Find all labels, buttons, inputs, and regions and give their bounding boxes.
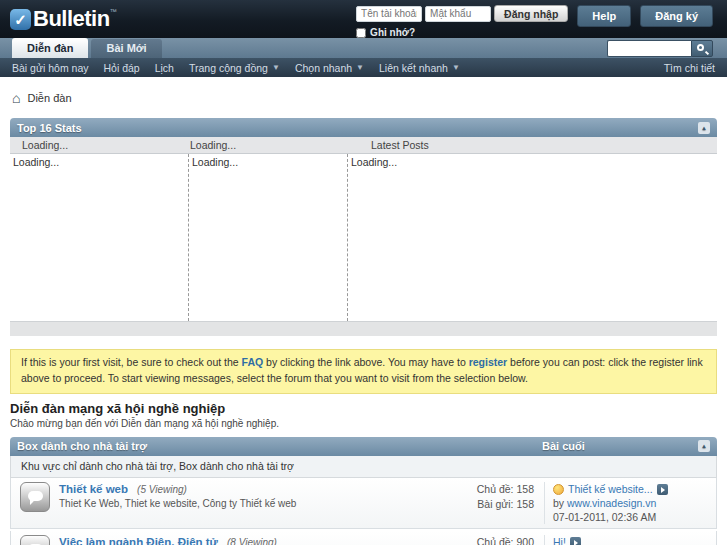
stats-panel-header: Top 16 Stats ▲ <box>10 118 717 137</box>
remember-checkbox[interactable] <box>356 28 366 38</box>
forum-link[interactable]: Việc làm ngành Điện, Điện tử <box>59 536 218 545</box>
last-post-link[interactable]: Hi! <box>553 536 566 545</box>
category-header: Box dành cho nhà tài trợ Bài cuối ▲ <box>10 437 717 456</box>
forum-row: Việc làm ngành Điện, Điện tử (8 Viewing)… <box>10 531 717 545</box>
forum-stats: Chủ đề: 158 Bài gửi: 158 <box>444 482 544 524</box>
nav-quick-links[interactable]: Liên kết nhanh▼ <box>379 62 460 74</box>
smiley-icon <box>553 484 564 495</box>
tab-new-posts[interactable]: Bài Mới <box>91 39 161 58</box>
stats-col1-loading: Loading... <box>10 154 188 321</box>
home-icon[interactable]: ⌂ <box>12 90 20 106</box>
stats-panel-title: Top 16 Stats <box>17 122 82 134</box>
login-area: Đăng nhập Ghi nhớ? Help Đăng ký <box>356 5 713 38</box>
forum-stats: Chủ đề: 900 Bài gửi: 900 <box>444 535 544 545</box>
stats-col1-header: Loading... <box>10 139 188 151</box>
viewing-count: (5 Viewing) <box>137 484 187 495</box>
go-to-last-post-icon[interactable] <box>657 484 668 495</box>
notice-text: by clicking the link above. You may have… <box>263 356 468 368</box>
forum-status-icon <box>20 482 50 512</box>
speech-bubble-icon <box>28 491 43 501</box>
stats-subheader: Loading... Loading... Latest Posts <box>10 137 717 154</box>
password-input[interactable] <box>425 6 491 22</box>
login-button[interactable]: Đăng nhập <box>494 5 568 22</box>
nav-todays-posts[interactable]: Bài gửi hôm nay <box>12 62 88 74</box>
first-visit-notice: If this is your first visit, be sure to … <box>10 349 717 394</box>
main-navbar: Bài gửi hôm nay Hỏi đáp Lịch Trang cộng … <box>0 58 727 77</box>
vbulletin-logo[interactable]: ✓ Bulletin ™ <box>10 6 117 32</box>
collapse-icon[interactable]: ▲ <box>698 122 710 134</box>
nav-faq[interactable]: Hỏi đáp <box>103 62 139 74</box>
trademark-symbol: ™ <box>110 8 117 15</box>
category-description: Khu vực chỉ dành cho nhà tài trợ, Box dà… <box>10 456 717 478</box>
tab-forum[interactable]: Diễn đàn <box>12 38 88 58</box>
last-post-author-link[interactable]: www.vinadesign.vn <box>567 497 656 509</box>
nav-quick-select[interactable]: Chọn nhanh▼ <box>295 62 364 74</box>
page-subtitle: Chào mừng bạn đến với Diễn đàn mạng xã h… <box>10 418 727 429</box>
tab-bar: Diễn đàn Bài Mới <box>0 38 727 58</box>
forum-description: Thiet Ke Web, Thiet ke website, Công ty … <box>59 498 444 509</box>
stats-body: Loading... Loading... Loading... <box>10 154 717 321</box>
nav-advanced-search[interactable]: Tìm chi tiết <box>664 62 715 74</box>
forum-category: Box dành cho nhà tài trợ Bài cuối ▲ Khu … <box>10 437 717 545</box>
stats-panel: Top 16 Stats ▲ Loading... Loading... Lat… <box>10 118 717 336</box>
chevron-down-icon: ▼ <box>356 63 364 72</box>
search-input[interactable] <box>607 40 691 57</box>
search-button[interactable] <box>691 40 713 57</box>
username-input[interactable] <box>356 6 422 22</box>
help-button[interactable]: Help <box>577 5 631 27</box>
remember-label: Ghi nhớ? <box>370 27 415 38</box>
logo-text: Bulletin <box>33 6 110 32</box>
thread-count: 900 <box>516 536 534 545</box>
breadcrumb: ⌂ Diễn đàn <box>12 90 727 106</box>
last-post-date: 07-01-2011, 02:36 AM <box>553 510 710 524</box>
chevron-down-icon: ▼ <box>272 63 280 72</box>
post-count: 158 <box>516 498 534 510</box>
last-post-column-header: Bài cuối <box>542 440 698 452</box>
viewing-count: (8 Viewing) <box>227 537 277 545</box>
nav-community[interactable]: Trang cộng đồng▼ <box>189 62 280 74</box>
thread-count: 158 <box>516 483 534 495</box>
welcome-block: Diễn đàn mạng xã hội nghề nghiệp Chào mừ… <box>10 401 727 429</box>
category-title[interactable]: Box dành cho nhà tài trợ <box>17 440 542 452</box>
last-post-cell: Hi! by Cydendorzhi Hôm nay, 01:05 AM <box>544 535 716 545</box>
page-title: Diễn đàn mạng xã hội nghề nghiệp <box>10 401 727 416</box>
register-button[interactable]: Đăng ký <box>640 5 713 27</box>
chevron-down-icon: ▼ <box>452 63 460 72</box>
forum-link[interactable]: Thiết kế web <box>59 483 128 495</box>
stats-col2-header: Loading... <box>188 139 347 151</box>
stats-col3-header: Latest Posts <box>347 139 717 151</box>
stats-col2-loading: Loading... <box>188 154 347 321</box>
stats-col3-loading: Loading... <box>347 154 717 321</box>
forum-row: Thiết kế web (5 Viewing) Thiet Ke Web, T… <box>10 478 717 529</box>
vbulletin-check-icon: ✓ <box>10 9 31 30</box>
nav-calendar[interactable]: Lịch <box>155 62 174 74</box>
go-to-last-post-icon[interactable] <box>570 537 581 545</box>
forum-status-icon <box>20 535 50 545</box>
search-icon <box>697 44 704 51</box>
top-header: ✓ Bulletin ™ Đăng nhập Ghi nhớ? Help Đăn… <box>0 0 727 38</box>
search-box <box>607 40 713 57</box>
faq-link[interactable]: FAQ <box>242 356 264 368</box>
register-link[interactable]: register <box>469 356 508 368</box>
last-post-cell: Thiết kế website... by www.vinadesign.vn… <box>544 482 716 524</box>
collapse-icon[interactable]: ▲ <box>698 440 710 452</box>
notice-text: If this is your first visit, be sure to … <box>21 356 242 368</box>
last-post-link[interactable]: Thiết kế website... <box>568 483 653 495</box>
breadcrumb-label: Diễn đàn <box>27 92 71 104</box>
stats-footer <box>10 321 717 336</box>
